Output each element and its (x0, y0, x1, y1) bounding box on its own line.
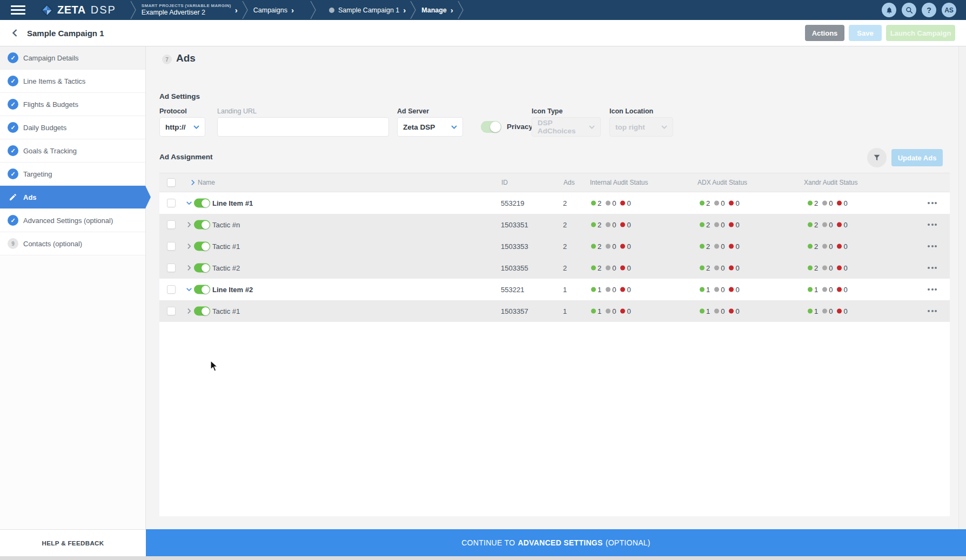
back-button[interactable] (11, 29, 19, 37)
table-row[interactable]: Line Item #2 553221 1 100 100 100 (159, 279, 950, 300)
internal-audit-status: 200 (591, 264, 631, 272)
sidebar-item-advanced-settings-optional[interactable]: ✓ Advanced Settings (optional) (0, 209, 145, 232)
table-row[interactable]: Tactic #1 1503357 1 100 100 100 (159, 300, 950, 322)
ad-settings-heading: Ad Settings (159, 92, 200, 100)
approved-dot-icon (700, 287, 705, 292)
expand-chevron-icon[interactable] (186, 265, 192, 271)
sidebar-item-line-items-tactics[interactable]: ✓ Line Items & Tactics (0, 70, 145, 93)
select-all-checkbox[interactable] (167, 178, 176, 187)
notifications-button[interactable] (882, 3, 896, 17)
breadcrumb-advertiser[interactable]: SMART PROJECTS (VARIABLE MARGIN) Example… (142, 3, 238, 17)
sidebar-item-goals-tracking[interactable]: ✓ Goals & Tracking (0, 139, 145, 163)
expand-chevron-icon[interactable] (186, 221, 192, 228)
rejected-dot-icon (837, 244, 842, 249)
pending-dot-icon (606, 266, 611, 271)
audit-count: 0 (627, 199, 630, 207)
zeta-dsp-logo[interactable]: ZETA DSP (41, 4, 116, 17)
user-avatar[interactable]: AS (942, 3, 956, 17)
continue-button[interactable]: CONTINUE TO ADVANCED SETTINGS (OPTIONAL) (146, 529, 966, 556)
breadcrumb-campaigns[interactable]: Campaigns › (253, 6, 294, 14)
ad-server-select[interactable]: Zeta DSP (397, 117, 463, 137)
column-header-xandr[interactable]: Xandr Audit Status (804, 179, 857, 186)
audit-count: 0 (843, 286, 847, 294)
sidebar-item-flights-budgets[interactable]: ✓ Flights & Budgets (0, 93, 145, 116)
rejected-dot-icon (620, 287, 625, 292)
expand-chevron-icon[interactable] (186, 308, 192, 314)
row-enabled-toggle[interactable] (194, 242, 210, 251)
rejected-dot-icon (837, 222, 842, 227)
row-menu-icon[interactable] (928, 288, 937, 291)
row-checkbox[interactable] (167, 285, 176, 294)
expand-chevron-icon[interactable] (186, 286, 192, 293)
approved-dot-icon (700, 201, 705, 206)
audit-count: 0 (612, 199, 616, 207)
pending-dot-icon (822, 244, 827, 249)
vertical-scrollbar[interactable] (958, 46, 966, 529)
filter-button[interactable] (867, 148, 887, 167)
row-checkbox[interactable] (167, 242, 176, 251)
privacy-icon-toggle[interactable] (481, 121, 501, 133)
audit-count: 0 (627, 242, 630, 251)
row-menu-icon[interactable] (928, 310, 937, 312)
audit-count: 0 (627, 264, 630, 272)
expand-chevron-icon[interactable] (186, 200, 192, 206)
column-header-ads[interactable]: Ads (564, 179, 575, 186)
table-row[interactable]: Tactic #2 1503355 2 200 200 200 (159, 257, 950, 279)
row-ads-count: 2 (563, 221, 567, 229)
row-enabled-toggle[interactable] (194, 285, 210, 294)
row-enabled-toggle[interactable] (194, 307, 210, 316)
approved-dot-icon (808, 222, 813, 227)
sidebar-item-label: Contacts (optional) (23, 240, 82, 248)
approved-dot-icon (591, 222, 596, 227)
column-header-adx[interactable]: ADX Audit Status (697, 179, 747, 186)
hamburger-menu-icon[interactable] (11, 5, 25, 15)
row-checkbox[interactable] (167, 307, 176, 315)
sidebar-item-targeting[interactable]: ✓ Targeting (0, 163, 145, 186)
breadcrumb-manage[interactable]: Manage › (421, 6, 453, 14)
help-feedback-button[interactable]: HELP & FEEDBACK (0, 529, 146, 556)
sidebar-item-daily-budgets[interactable]: ✓ Daily Budgets (0, 116, 145, 139)
row-enabled-toggle[interactable] (194, 264, 210, 273)
update-ads-button[interactable]: Update Ads (891, 149, 943, 166)
ad-assignment-table: Name ID Ads Internal Audit Status ADX Au… (159, 173, 950, 322)
column-header-name[interactable]: Name (198, 179, 215, 186)
adx-audit-status: 200 (700, 221, 740, 229)
column-header-internal[interactable]: Internal Audit Status (590, 179, 648, 186)
ad-server-label: Ad Server (397, 107, 429, 115)
audit-count: 0 (721, 307, 725, 315)
row-enabled-toggle[interactable] (194, 199, 210, 208)
row-checkbox[interactable] (167, 220, 176, 229)
sidebar-item-label: Campaign Details (23, 54, 79, 62)
audit-count: 1 (598, 307, 601, 315)
column-header-id[interactable]: ID (501, 179, 508, 186)
actions-button[interactable]: Actions (805, 25, 844, 41)
protocol-select[interactable]: http:// (159, 117, 205, 137)
row-checkbox[interactable] (167, 199, 176, 207)
row-menu-icon[interactable] (928, 202, 937, 204)
chevron-down-icon (661, 125, 667, 129)
help-button[interactable]: ? (922, 3, 936, 17)
sidebar-item-campaign-details[interactable]: ✓ Campaign Details (0, 46, 145, 70)
horizontal-scrollbar[interactable] (0, 556, 966, 560)
sidebar-item-contacts-optional[interactable]: 9 Contacts (optional) (0, 232, 145, 255)
approved-dot-icon (591, 201, 596, 206)
ad-assignment-heading: Ad Assignment (159, 153, 213, 161)
approved-dot-icon (808, 287, 813, 292)
search-button[interactable] (902, 3, 916, 17)
row-enabled-toggle[interactable] (194, 220, 210, 230)
row-menu-icon[interactable] (928, 224, 937, 226)
table-row[interactable]: Tactic #1 1503353 2 200 200 200 (159, 235, 950, 257)
row-menu-icon[interactable] (928, 267, 937, 269)
row-checkbox[interactable] (167, 264, 176, 272)
launch-campaign-button[interactable]: Launch Campaign (886, 25, 955, 41)
expand-all-chevron-icon[interactable] (190, 179, 196, 186)
sidebar-item-ads[interactable]: Ads (0, 186, 145, 209)
table-row[interactable]: Tactic #n 1503351 2 200 200 200 (159, 214, 950, 235)
save-button[interactable]: Save (849, 25, 882, 41)
row-menu-icon[interactable] (928, 245, 937, 247)
expand-chevron-icon[interactable] (186, 243, 192, 249)
rejected-dot-icon (837, 287, 842, 292)
table-row[interactable]: Line Item #1 553219 2 200 200 200 (159, 192, 950, 214)
breadcrumb-campaign[interactable]: Sample Campaign 1 › (329, 6, 406, 14)
landing-url-input[interactable] (223, 118, 383, 136)
